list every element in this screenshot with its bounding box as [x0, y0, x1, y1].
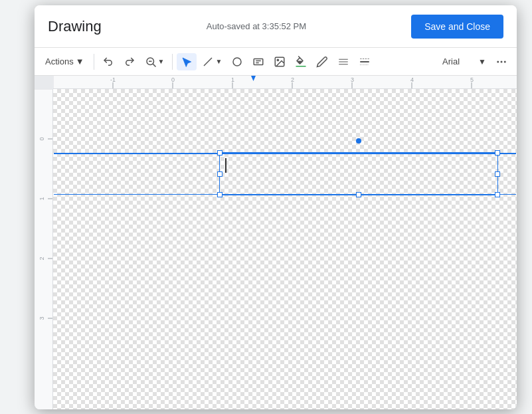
- toolbar: Actions ▼ ▼: [35, 48, 517, 76]
- svg-text:1: 1: [39, 197, 45, 200]
- svg-point-15: [501, 60, 503, 62]
- ruler-horizontal: -1 0 1 2 3 4 5: [53, 76, 517, 89]
- svg-text:5: 5: [470, 76, 474, 83]
- handle-mid-right[interactable]: [495, 171, 500, 177]
- border-style-icon: [359, 56, 371, 68]
- select-button[interactable]: [177, 53, 197, 70]
- fill-icon: [295, 56, 307, 68]
- svg-text:0: 0: [171, 76, 175, 83]
- image-icon: [274, 56, 286, 68]
- redo-icon: [124, 56, 135, 68]
- divider-1: [94, 54, 94, 70]
- ruler-vertical: 0 1 2 3: [35, 89, 53, 409]
- svg-point-16: [504, 60, 506, 62]
- svg-rect-5: [254, 58, 264, 64]
- svg-text:3: 3: [351, 76, 354, 83]
- ruler-h-svg: -1 0 1 2 3 4 5: [53, 76, 517, 89]
- select-cursor-icon: [181, 56, 193, 68]
- top-line: [54, 153, 516, 154]
- svg-text:3: 3: [39, 316, 45, 320]
- svg-text:0: 0: [39, 137, 45, 140]
- image-button[interactable]: [270, 53, 290, 70]
- zoom-chevron: ▼: [158, 58, 165, 65]
- textbox-icon: [252, 56, 264, 68]
- line-icon: [202, 56, 214, 68]
- svg-line-1: [153, 64, 155, 66]
- redo-button[interactable]: [120, 53, 139, 70]
- line-chevron: ▼: [215, 58, 222, 65]
- handle-bottom-mid[interactable]: [356, 192, 361, 197]
- font-dropdown-button[interactable]: ▼: [474, 54, 490, 69]
- handle-top-right[interactable]: [495, 150, 500, 155]
- font-chevron-icon: ▼: [478, 57, 486, 66]
- more-dots-icon: [495, 56, 507, 68]
- handle-top-left[interactable]: [217, 150, 222, 155]
- svg-text:4: 4: [410, 76, 414, 83]
- pen-button[interactable]: [312, 53, 332, 70]
- svg-marker-32: [251, 76, 256, 81]
- svg-point-4: [233, 58, 241, 66]
- zoom-button[interactable]: ▼: [141, 53, 169, 70]
- shape-icon: [231, 56, 243, 68]
- handle-mid-left[interactable]: [217, 171, 222, 177]
- text-cursor: [225, 158, 226, 173]
- dialog-header: Drawing Auto-saved at 3:35:52 PM Save an…: [35, 5, 517, 48]
- dialog-title: Drawing: [48, 18, 102, 35]
- line-tool-button[interactable]: ▼: [198, 53, 226, 70]
- actions-label: Actions: [45, 56, 74, 66]
- border-style-button[interactable]: [355, 53, 375, 70]
- zoom-icon: [145, 56, 157, 68]
- svg-text:2: 2: [291, 76, 294, 83]
- autosave-status: Auto-saved at 3:35:52 PM: [207, 21, 306, 31]
- font-name-label: Arial: [440, 55, 473, 68]
- more-options-button[interactable]: [491, 53, 511, 70]
- drawing-surface[interactable]: [53, 89, 517, 409]
- svg-rect-10: [296, 66, 306, 67]
- drawing-dialog: Drawing Auto-saved at 3:35:52 PM Save an…: [35, 5, 517, 409]
- border-color-icon: [337, 56, 349, 68]
- text-box-element[interactable]: [219, 152, 498, 195]
- actions-button[interactable]: Actions ▼: [40, 54, 90, 69]
- font-selector: Arial ▼: [440, 53, 511, 70]
- svg-line-3: [204, 58, 212, 66]
- fill-color-button[interactable]: [291, 53, 311, 70]
- shape-button[interactable]: [227, 53, 247, 70]
- svg-text:2: 2: [39, 257, 45, 260]
- svg-point-9: [278, 59, 279, 60]
- canvas-area: -1 0 1 2 3 4 5 0: [35, 76, 517, 409]
- undo-button[interactable]: [98, 53, 118, 70]
- pen-icon: [316, 56, 328, 68]
- bottom-line: [54, 194, 516, 195]
- undo-icon: [102, 56, 114, 68]
- textbox-button[interactable]: [248, 53, 268, 70]
- save-close-button[interactable]: Save and Close: [411, 15, 503, 39]
- handle-bottom-right[interactable]: [495, 192, 500, 197]
- handle-bottom-left[interactable]: [217, 192, 222, 197]
- svg-text:1: 1: [231, 76, 234, 83]
- svg-text:-1: -1: [110, 76, 116, 83]
- svg-point-14: [497, 60, 499, 62]
- handle-rotate[interactable]: [356, 138, 361, 144]
- actions-chevron-icon: ▼: [76, 56, 84, 66]
- border-color-button[interactable]: [333, 53, 353, 70]
- ruler-v-svg: 0 1 2 3: [35, 89, 53, 409]
- divider-2: [172, 54, 173, 70]
